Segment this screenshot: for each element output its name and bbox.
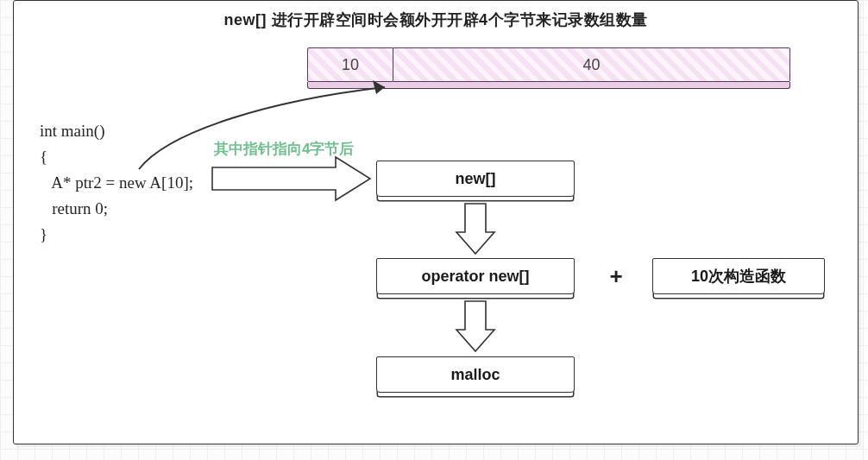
code-line: {	[40, 148, 47, 166]
flow-box-constructor: 10次构造函数	[652, 258, 825, 294]
arrow-opnew-to-malloc	[456, 301, 494, 351]
plus-symbol: +	[603, 263, 629, 290]
memory-data-cell: 40	[393, 47, 790, 82]
flow-box-operator-new: operator new[]	[376, 258, 575, 294]
title-rest: 进行开辟空间时会额外开开辟4个字节来记录数组数量	[272, 11, 648, 28]
code-to-new-arrow	[212, 157, 370, 200]
title-kw: new[]	[223, 11, 267, 28]
code-line: return 0;	[40, 199, 108, 217]
memory-bar-depth	[307, 82, 790, 89]
memory-count-cell: 10	[307, 47, 393, 82]
pointer-annotation: 其中指针指向4字节后	[214, 139, 354, 159]
code-line: int main()	[40, 122, 104, 140]
code-line: }	[40, 225, 47, 243]
code-block: int main() { A* ptr2 = new A[10]; return…	[40, 118, 193, 248]
flow-box-malloc: malloc	[376, 356, 575, 393]
arrow-new-to-opnew	[456, 204, 494, 254]
diagram-frame: new[] 进行开辟空间时会额外开开辟4个字节来记录数组数量 10 40 int…	[13, 0, 859, 444]
flow-box-new: new[]	[376, 161, 575, 197]
diagram-title: new[] 进行开辟空间时会额外开开辟4个字节来记录数组数量	[14, 9, 858, 30]
code-line: A* ptr2 = new A[10];	[40, 173, 193, 192]
